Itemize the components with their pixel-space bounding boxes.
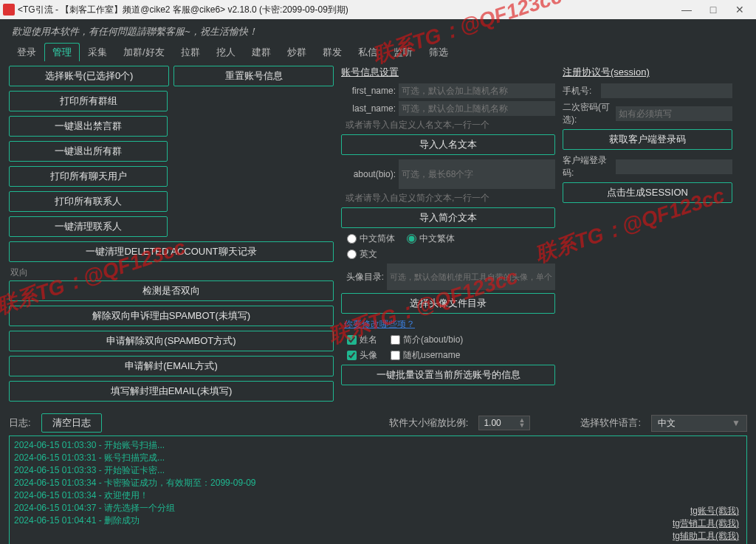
log-link-marketing[interactable]: tg营销工具(戳我): [673, 517, 739, 530]
remove-bidir-button[interactable]: 解除双向申诉理由SPAMBOT(未填写): [9, 306, 334, 326]
modify-question: 你要修改哪些项？: [344, 318, 555, 331]
tab-filter[interactable]: 筛选: [421, 43, 456, 61]
exit-all-button[interactable]: 一键退出所有群: [9, 141, 168, 162]
chk-name[interactable]: 姓名: [347, 334, 377, 346]
log-line: 2024-06-15 01:03:34 - 卡密验证成功，有效期至：2099-0…: [14, 477, 742, 489]
import-names-button[interactable]: 导入人名文本: [341, 134, 555, 155]
avatar-label: 头像目录:: [341, 271, 384, 283]
phone-label: 手机号:: [563, 85, 598, 97]
log-label: 日志:: [9, 416, 31, 430]
session-section: 注册协议号(session): [563, 66, 732, 79]
apply-unban-button[interactable]: 申请解封(EMAIL方式): [9, 356, 334, 376]
gen-session-button[interactable]: 点击生成SESSION: [563, 182, 732, 203]
get-code-button[interactable]: 获取客户端登录码: [563, 129, 732, 150]
log-link-aux[interactable]: tg辅助工具(戳我): [673, 530, 739, 543]
tab-monitor[interactable]: 监听: [385, 43, 421, 61]
print-groups-button[interactable]: 打印所有群组: [9, 91, 168, 111]
tab-dig[interactable]: 挖人: [208, 43, 244, 61]
log-line: 2024-06-15 01:03:34 - 欢迎使用！: [14, 489, 742, 502]
account-info-section: 账号信息设置: [341, 66, 555, 79]
fill-unban-button[interactable]: 填写解封理由EMAIL(未填写): [9, 381, 334, 402]
tab-collect[interactable]: 采集: [80, 43, 115, 61]
code-label: 客户端登录码:: [563, 154, 613, 179]
reset-account-button[interactable]: 重置账号信息: [173, 66, 334, 86]
bidir-label: 双向: [10, 266, 334, 279]
log-box: 2024-06-15 01:03:30 - 开始账号扫描... 2024-06-…: [9, 435, 747, 544]
tab-addgroup[interactable]: 加群/好友: [115, 43, 173, 61]
radio-simplified[interactable]: 中文简体: [347, 233, 395, 245]
clean-contacts-button[interactable]: 一键清理联系人: [9, 216, 168, 237]
first-name-label: first_name:: [341, 86, 396, 96]
select-avatar-button[interactable]: 选择头像文件目录: [341, 293, 555, 314]
chk-bio[interactable]: 简介(about/bio): [391, 334, 463, 346]
minimize-button[interactable]: —: [673, 1, 700, 18]
tab-bar: 登录 管理 采集 加群/好友 拉群 挖人 建群 炒群 群发 私信 监听 筛选: [9, 43, 747, 61]
batch-set-button[interactable]: 一键批量设置当前所选账号的信息: [341, 365, 555, 385]
log-line: 2024-06-15 01:04:37 - 请先选择一个分组: [14, 502, 742, 514]
names-hint: 或者请导入自定义人名文本,一行一个: [346, 119, 555, 131]
tab-manage[interactable]: 管理: [44, 43, 80, 61]
print-contacts-button[interactable]: 打印所有联系人: [9, 191, 168, 212]
zoom-label: 软件大小缩放比例:: [389, 416, 469, 430]
tab-frygroup[interactable]: 炒群: [279, 43, 315, 61]
last-name-input[interactable]: [399, 101, 555, 116]
select-account-button[interactable]: 选择账号(已选择0个): [9, 66, 169, 86]
tab-pullgroup[interactable]: 拉群: [173, 43, 208, 61]
window-title: <TG引流 - 【刺客工作室】频道@cike2 客服@cike6> v2.18.…: [18, 4, 673, 16]
tab-dm[interactable]: 私信: [350, 43, 385, 61]
maximize-button[interactable]: □: [700, 1, 726, 18]
radio-traditional[interactable]: 中文繁体: [407, 233, 455, 245]
log-link-account[interactable]: tg账号(戳我): [673, 505, 739, 517]
language-select[interactable]: 中文▼: [651, 415, 747, 432]
last-name-label: last_name:: [341, 103, 396, 114]
log-line: 2024-06-15 01:03:31 - 账号扫描完成...: [14, 452, 742, 464]
tab-massgroup[interactable]: 群发: [315, 43, 350, 61]
check-bidir-button[interactable]: 检测是否双向: [9, 280, 334, 301]
log-line: 2024-06-15 01:03:33 - 开始验证卡密...: [14, 464, 742, 477]
chk-avatar[interactable]: 头像: [347, 349, 377, 362]
zoom-spinner[interactable]: 1.00▲▼: [478, 416, 530, 430]
app-icon: [3, 4, 15, 16]
chk-random-username[interactable]: 随机username: [391, 349, 460, 362]
tab-creategroup[interactable]: 建群: [244, 43, 279, 61]
import-bio-button[interactable]: 导入简介文本: [341, 207, 555, 228]
welcome-text: 歡迎使用本软件，有任何問題請聯繫客服~，祝生活愉快！: [12, 25, 744, 38]
about-input[interactable]: [399, 159, 555, 189]
radio-english[interactable]: 英文: [347, 248, 377, 261]
close-button[interactable]: ✕: [726, 1, 753, 18]
log-line: 2024-06-15 01:03:30 - 开始账号扫描...: [14, 439, 742, 452]
about-label: about(bio):: [341, 169, 396, 179]
print-chat-users-button[interactable]: 打印所有聊天用户: [9, 166, 168, 187]
code-input[interactable]: [616, 159, 732, 174]
exit-banned-button[interactable]: 一键退出禁言群: [9, 116, 168, 137]
pwd-label: 二次密码(可选):: [563, 101, 613, 126]
log-line: 2024-06-15 01:04:41 - 删除成功: [14, 514, 742, 527]
apply-remove-button[interactable]: 申请解除双向(SPAMBOT方式): [9, 331, 334, 351]
clear-log-button[interactable]: 清空日志: [41, 413, 102, 433]
first-name-input[interactable]: [399, 83, 555, 98]
tab-login[interactable]: 登录: [9, 43, 44, 61]
bio-hint: 或者请导入自定义简介文本,一行一个: [346, 192, 555, 204]
titlebar: <TG引流 - 【刺客工作室】频道@cike2 客服@cike6> v2.18.…: [0, 0, 756, 19]
avatar-input[interactable]: [387, 264, 555, 290]
clean-deleted-button[interactable]: 一键清理DELETED ACCOUNT聊天记录: [9, 241, 334, 262]
phone-input[interactable]: [601, 83, 732, 98]
lang-label: 选择软件语言:: [580, 416, 641, 430]
pwd-input[interactable]: [616, 106, 732, 121]
